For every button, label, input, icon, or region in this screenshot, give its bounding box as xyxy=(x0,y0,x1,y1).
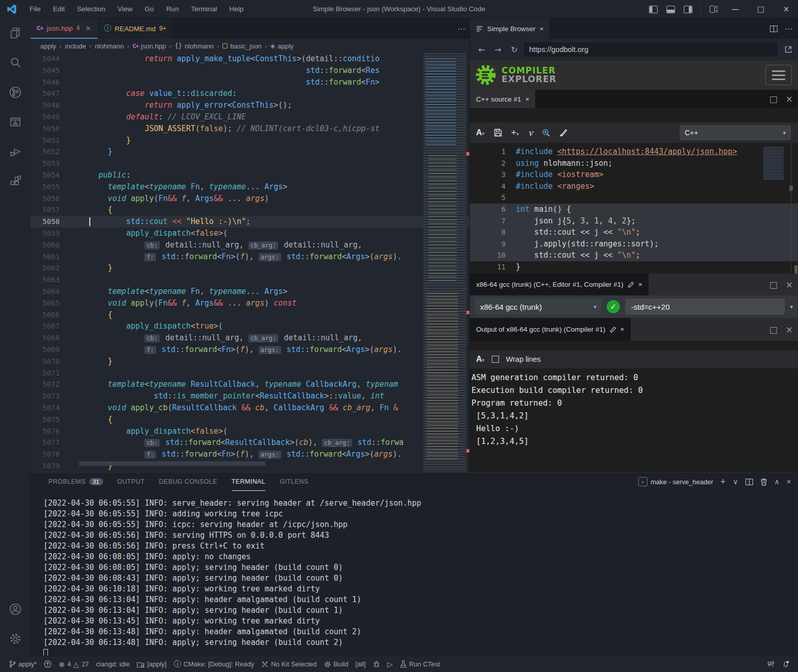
build-item[interactable]: Build xyxy=(320,659,352,670)
tab-debug-console[interactable]: DEBUG CONSOLE xyxy=(159,472,217,491)
split-terminal-icon[interactable] xyxy=(745,479,753,485)
maximize-pane-icon[interactable]: □ xyxy=(769,94,778,104)
ce-source-editor[interactable]: 1#include <https://localhost:8443/apply/… xyxy=(470,143,798,273)
more-actions-icon[interactable]: ⋯ xyxy=(457,24,465,34)
font-size-icon[interactable]: A▾ xyxy=(476,355,485,364)
reload-icon[interactable]: ↻ xyxy=(508,45,521,55)
build-target-item[interactable]: [all] xyxy=(352,659,369,670)
close-tab-icon[interactable]: × xyxy=(85,24,91,32)
breadcrumb-item-nlohmann[interactable]: nlohmann xyxy=(95,42,124,50)
rename-icon[interactable] xyxy=(628,281,634,288)
cmake-status-item[interactable]: ⓘ CMake: [Debug]: Ready xyxy=(170,659,258,670)
close-icon[interactable]: × xyxy=(638,281,642,288)
toggle-panel-icon[interactable] xyxy=(663,3,678,16)
add-pane-icon[interactable]: +▾ xyxy=(511,128,519,138)
hamburger-menu-icon[interactable] xyxy=(765,65,792,85)
tab-terminal[interactable]: TERMINAL xyxy=(232,472,265,491)
ce-output-tab[interactable]: Output of x86-64 gcc (trunk) (Compiler #… xyxy=(470,318,631,341)
ce-source-tab[interactable]: C++ source #1 × xyxy=(470,90,535,108)
breadcrumb-item-json.hpp[interactable]: C+json.hpp xyxy=(133,42,166,50)
tab-output[interactable]: OUTPUT xyxy=(117,472,145,491)
feedback-item[interactable] xyxy=(764,659,779,670)
breadcrumb[interactable]: apply›include›nlohmann›C+json.hpp›{}nloh… xyxy=(31,39,469,53)
toggle-sidebar-icon[interactable] xyxy=(645,3,661,16)
close-pane-icon[interactable]: × xyxy=(786,325,793,335)
options-dropdown-icon[interactable]: ▾ xyxy=(790,304,793,310)
close-icon[interactable]: × xyxy=(526,95,530,103)
cmake-project-item[interactable]: [apply] xyxy=(133,659,170,670)
breadcrumb-item-nlohmann[interactable]: {}nlohmann xyxy=(174,42,214,50)
tab-readme-md[interactable]: ⓘ README.md 9+ xyxy=(98,18,173,39)
close-icon[interactable]: × xyxy=(620,326,625,333)
sidebar-item-extensions[interactable] xyxy=(0,166,31,196)
minimap[interactable] xyxy=(423,53,466,472)
terminal-dropdown-icon[interactable]: ∨ xyxy=(733,478,738,486)
close-pane-icon[interactable]: × xyxy=(786,280,793,290)
menu-selection[interactable]: Selection xyxy=(72,3,111,15)
menu-edit[interactable]: Edit xyxy=(48,3,70,15)
sidebar-item-explorer[interactable] xyxy=(0,18,31,48)
breadcrumb-item-include[interactable]: include xyxy=(65,42,86,50)
menu-view[interactable]: View xyxy=(113,3,138,15)
close-window-button[interactable]: × xyxy=(775,0,798,18)
sidebar-item-run-debug[interactable] xyxy=(0,137,31,166)
minimize-button[interactable]: — xyxy=(724,0,747,18)
toggle-secondary-sidebar-icon[interactable] xyxy=(680,3,695,16)
rename-icon[interactable] xyxy=(610,326,616,333)
horizontal-scrollbar[interactable] xyxy=(79,461,265,466)
breadcrumb-item-apply[interactable]: ◈apply xyxy=(270,42,293,50)
maximize-pane-icon[interactable]: □ xyxy=(769,280,778,290)
maximize-panel-icon[interactable]: ∧ xyxy=(775,478,780,486)
menu-run[interactable]: Run xyxy=(161,3,184,15)
cppinsights-icon[interactable] xyxy=(542,129,551,137)
debug-item[interactable] xyxy=(369,659,384,670)
save-icon[interactable] xyxy=(494,129,502,137)
wrap-lines-checkbox[interactable] xyxy=(492,356,499,363)
accounts-icon[interactable] xyxy=(0,594,31,624)
ctest-item[interactable]: Run CTest xyxy=(396,659,444,670)
clangd-status[interactable]: clangd: idle xyxy=(92,659,133,670)
menu-go[interactable]: Go xyxy=(140,3,159,15)
forward-icon[interactable]: → xyxy=(491,45,505,55)
settings-gear-icon[interactable] xyxy=(0,624,31,654)
font-size-icon[interactable]: A▾ xyxy=(476,128,485,137)
menu-file[interactable]: File xyxy=(24,3,46,15)
quickbench-icon[interactable] xyxy=(560,129,568,137)
menu-help[interactable]: Help xyxy=(224,3,248,15)
close-tab-icon[interactable]: × xyxy=(540,25,544,33)
ce-editor-scrollbar[interactable] xyxy=(789,186,793,191)
notifications-item[interactable] xyxy=(779,659,793,670)
sidebar-item-cmake[interactable] xyxy=(0,107,31,137)
git-branch-item[interactable]: apply* xyxy=(5,659,40,670)
close-panel-icon[interactable]: × xyxy=(787,478,791,486)
vim-toggle-icon[interactable]: v xyxy=(528,128,533,138)
maximize-pane-icon[interactable]: □ xyxy=(769,325,778,335)
compiler-options-input[interactable]: -std=c++20 xyxy=(625,298,785,315)
tab-gitlens[interactable]: GITLENS xyxy=(280,472,308,491)
open-external-icon[interactable] xyxy=(784,45,793,54)
breadcrumb-item-basic_json[interactable]: basic_json xyxy=(222,42,261,50)
tab-json-hpp[interactable]: C+ json.hpp 4 × xyxy=(31,18,98,39)
maximize-button[interactable]: □ xyxy=(749,0,772,18)
more-actions-icon[interactable]: ⋯ xyxy=(785,24,793,34)
breadcrumb-item-apply[interactable]: apply xyxy=(40,42,56,50)
sidebar-item-source-control[interactable] xyxy=(0,78,31,107)
split-editor-icon[interactable] xyxy=(770,26,778,32)
sidebar-item-search[interactable] xyxy=(0,48,31,78)
terminal-instance[interactable]: › make - serve_header xyxy=(638,477,713,486)
terminal-output[interactable]: [2022-04-30 06:05:55] INFO: serve_header… xyxy=(31,491,798,660)
compiler-explorer-logo[interactable]: COMPILER EXPLORER xyxy=(474,63,557,87)
kit-item[interactable]: No Kit Selected xyxy=(258,659,320,670)
tab-simple-browser[interactable]: Simple Browser × xyxy=(470,18,550,39)
customize-layout-icon[interactable] xyxy=(706,3,721,16)
language-select[interactable]: C++ ▾ xyxy=(680,125,791,140)
back-icon[interactable]: ← xyxy=(475,45,488,55)
new-terminal-icon[interactable]: + xyxy=(720,477,726,487)
menu-terminal[interactable]: Terminal xyxy=(186,3,222,15)
publish-item[interactable] xyxy=(40,659,55,670)
launch-item[interactable]: ▷ xyxy=(384,659,396,670)
tab-problems[interactable]: PROBLEMS 31 xyxy=(48,472,103,491)
code-editor[interactable]: 5044 return apply_make_tuple<ConstThis>(… xyxy=(31,53,469,472)
kill-terminal-icon[interactable] xyxy=(760,478,767,486)
problems-item[interactable]: ⊗ 4 △ 27 xyxy=(55,659,92,670)
